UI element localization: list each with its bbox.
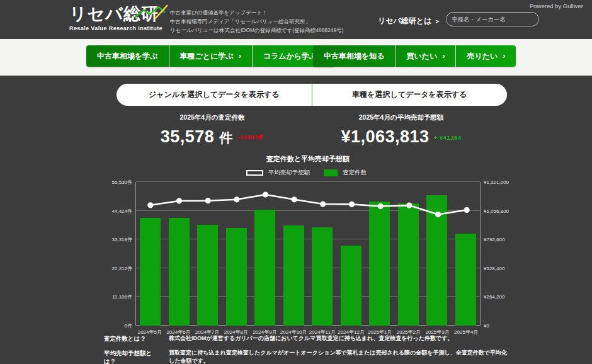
glossary-term: 平均売却予想額とは？ [104,349,164,364]
y-axis-tick-left: 44,424件 [100,207,132,214]
line-point-2024年8月[interactable] [234,196,239,202]
legend-bar-swatch [324,169,338,176]
y-axis-tick-left: 22,212件 [100,264,132,271]
glossary-row: 査定件数とは？ 株式会社IDOMが運営するガリバーの店舗においてクルマ買取査定に… [104,334,507,343]
y-axis-tick-right: ¥0 [484,323,515,329]
nav-item-want-to-buy[interactable]: 買いたい› [396,45,456,67]
stat-title: 2025年4月の平均売却予想額 [300,113,502,122]
y-axis-tick-right: ¥792,600 [484,237,515,242]
line-point-2024年9月[interactable] [263,191,268,197]
powered-by-credit: Powered by Gulliver [530,3,583,9]
stat-average-resale-price: 2025年4月の平均売却予想額 ¥1,063,813+ ¥41264 [300,113,502,147]
chevron-right-icon: › [239,52,241,60]
y-axis-tick-right: ¥1,321,000 [484,179,515,185]
chart-title: 査定件数と平均売却予想額 [101,154,512,164]
stat-value: 35,578 件-14903件 [111,127,313,147]
chart-legend: 平均売却予想額 査定件数 [101,169,512,177]
line-point-2025年2月[interactable] [406,203,412,208]
nav-item-know-market[interactable]: 中古車相場を知る [313,45,396,67]
stat-delta: + ¥41264 [434,134,462,141]
tagline-line: リセールバリューは株式会社IDOMの登録商標です(登録商標4888249号) [170,26,343,35]
site-logo-title: リセバ総研 [69,4,176,24]
y-axis-tick-right: ¥264,200 [484,294,515,300]
stat-title: 2025年4月の査定件数 [111,113,313,122]
site-logo[interactable]: リセバ総研 Resale Value Research Institute [69,4,176,31]
line-point-2025年1月[interactable] [378,203,384,209]
line-point-2024年11月[interactable] [320,201,326,207]
stat-delta: -14903件 [237,134,265,140]
chevron-right-icon: › [442,52,445,60]
line-point-2025年3月[interactable] [435,212,441,217]
line-point-2024年10月[interactable] [292,196,297,202]
chart-section: 査定件数と平均売却予想額 平均売却予想額 査定件数 0件¥011,106件¥26… [101,154,512,336]
legend-line-swatch [246,170,263,176]
tagline-line: 中古車相場専門メディア「リセールバリュー総合研究所」 [170,17,343,26]
about-link[interactable]: リセバ総研とは＞ [378,16,440,26]
search-input[interactable] [452,16,535,23]
glossary-term: 査定件数とは？ [104,334,164,343]
tab-select-by-model[interactable]: 車種を選択してデータを表示する [312,84,508,106]
nav-group-learn: 中古車相場を学ぶ 車種ごとに学ぶ› コラムから学ぶ› [86,45,335,67]
plot-area-wrap: 0件¥011,106件¥264,20022,212件¥528,40033,318… [101,182,512,326]
chevron-right-icon: › [503,52,505,60]
line-point-2024年12月[interactable] [349,202,355,207]
y-axis-tick-left: 33,318件 [100,236,132,243]
y-axis-tick-left: 55,530件 [100,179,132,186]
nav-item-learn-by-model[interactable]: 車種ごとに学ぶ› [169,45,252,67]
glossary-row: 平均売却予想額とは？ 買取査定に持ち込まれ査定検査したクルマがオートオークション… [104,349,507,364]
line-point-2025年4月[interactable] [464,207,470,213]
y-axis-tick-left: 11,106件 [100,293,132,300]
data-view-tabs: ジャンルを選択してデータを表示する 車種を選択してデータを表示する [117,84,507,106]
line-point-2024年6月[interactable] [176,198,182,203]
legend-label: 平均売却予想額 [268,169,310,177]
glossary-description: 株式会社IDOMが運営するガリバーの店舗においてクルマ買取査定に持ち込まれ、査定… [169,334,507,343]
glossary-footer: 査定件数とは？ 株式会社IDOMが運営するガリバーの店舗においてクルマ買取査定に… [104,334,507,364]
y-axis-tick-right: ¥528,400 [484,265,515,271]
y-axis-tick-right: ¥1,056,800 [484,208,515,213]
nav-group-know: 中古車相場を知る 買いたい› 売りたい› [313,45,516,67]
line-series[interactable] [136,182,481,326]
stat-assessment-count: 2025年4月の査定件数 35,578 件-14903件 [111,113,313,147]
legend-label: 査定件数 [343,169,367,177]
line-point-2024年5月[interactable] [147,202,153,208]
header-tagline: 中古車選びの価値基準をアップデート！ 中古車相場専門メディア「リセールバリュー総… [170,8,343,35]
line-point-2024年7月[interactable] [205,198,211,203]
tagline-line: 中古車選びの価値基準をアップデート！ [170,8,343,17]
plot-area [135,182,481,326]
nav-item-want-to-sell[interactable]: 売りたい› [455,45,516,67]
stat-value: ¥1,063,813+ ¥41264 [300,127,502,147]
nav-item-learn-market[interactable]: 中古車相場を学ぶ [86,45,169,67]
search-box[interactable] [446,12,539,26]
glossary-description: 買取査定に持ち込まれ査定検査したクルマがオートオークション等で落札または売却され… [169,349,507,364]
site-logo-subtitle: Resale Value Research Institute [69,25,176,31]
chevron-right-icon: ＞ [434,18,440,25]
y-axis-tick-left: 0件 [100,322,132,329]
tab-select-by-genre[interactable]: ジャンルを選択してデータを表示する [117,84,312,106]
